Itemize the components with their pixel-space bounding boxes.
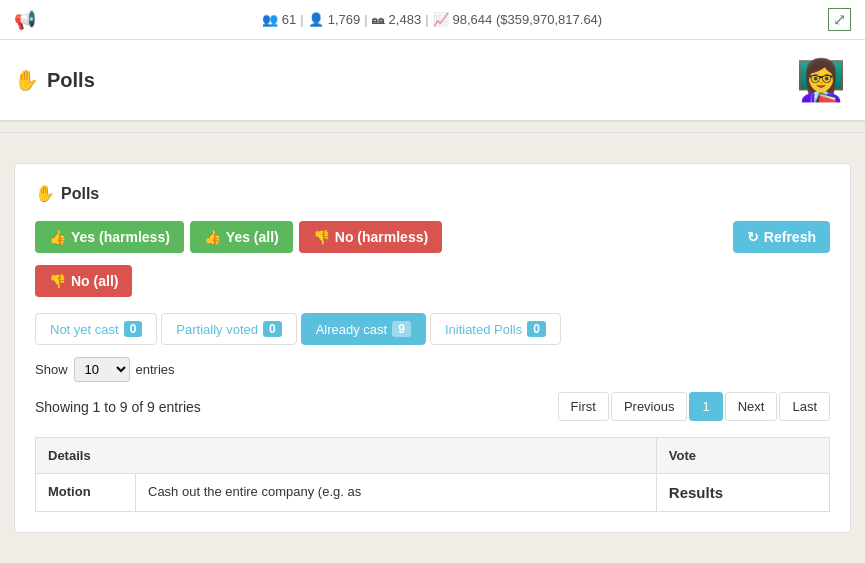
page-btn-previous[interactable]: Previous: [611, 392, 688, 421]
page-btn-next[interactable]: Next: [725, 392, 778, 421]
tab-badge: 0: [124, 321, 143, 337]
page-btn-1[interactable]: 1: [689, 392, 722, 421]
pagination-bar: Showing 1 to 9 of 9 entries FirstPreviou…: [35, 392, 830, 421]
avatar: 👩‍🏫: [791, 50, 851, 110]
groups-count: 2,483: [389, 12, 422, 27]
page-btn-last[interactable]: Last: [779, 392, 830, 421]
no-all-group: 👎 No (all): [35, 265, 830, 297]
main-content: ✋ Polls 👍 Yes (harmless) 👍 Yes (all) 👎 N…: [0, 143, 865, 553]
pagination-info: Showing 1 to 9 of 9 entries: [35, 399, 201, 415]
pagination-buttons: FirstPrevious1NextLast: [558, 392, 830, 421]
show-entries: Show 102550100 entries: [35, 357, 830, 382]
thumbup-all-icon: 👍: [204, 229, 221, 245]
tabs-area: Not yet cast0Partially voted0Already cas…: [35, 313, 830, 345]
tab-label: Not yet cast: [50, 322, 119, 337]
members-icon: 👤: [308, 12, 324, 27]
yes-harmless-label: Yes (harmless): [71, 229, 170, 245]
data-table: Details Vote Motion Cash out the entire …: [35, 437, 830, 512]
refresh-icon: ↻: [747, 229, 759, 245]
tab-partially-voted[interactable]: Partially voted0: [161, 313, 296, 345]
thumbdown-icon: 👎: [313, 229, 330, 245]
tab-label: Initiated Polls: [445, 322, 522, 337]
vote-results-cell: Results: [656, 474, 829, 512]
broadcast-symbol: 📢: [14, 9, 36, 31]
no-harmless-button[interactable]: 👎 No (harmless): [299, 221, 442, 253]
refresh-label: Refresh: [764, 229, 816, 245]
refresh-button[interactable]: ↻ Refresh: [733, 221, 830, 253]
thumbdown-all-icon: 👎: [49, 273, 66, 289]
avatar-emoji: 👩‍🏫: [796, 57, 846, 104]
col-details: Details: [36, 438, 657, 474]
members-count: 1,769: [328, 12, 361, 27]
groups-icon: 🏘: [372, 12, 385, 27]
no-all-button[interactable]: 👎 No (all): [35, 265, 132, 297]
hand-icon: ✋: [14, 68, 39, 92]
yes-harmless-button[interactable]: 👍 Yes (harmless): [35, 221, 184, 253]
top-bar: 📢 👥 61 | 👤 1,769 | 🏘 2,483 | 📈 98,644 ($…: [0, 0, 865, 40]
tab-badge: 9: [392, 321, 411, 337]
card-hand-icon: ✋: [35, 184, 55, 203]
top-bar-stats: 👥 61 | 👤 1,769 | 🏘 2,483 | 📈 98,644 ($35…: [262, 12, 602, 27]
polls-card: ✋ Polls 👍 Yes (harmless) 👍 Yes (all) 👎 N…: [14, 163, 851, 533]
top-bar-right: ⤢: [828, 8, 851, 31]
tab-badge: 0: [527, 321, 546, 337]
tab-label: Partially voted: [176, 322, 258, 337]
no-all-label: No (all): [71, 273, 118, 289]
card-title-text: Polls: [61, 185, 99, 203]
action-buttons: 👍 Yes (harmless) 👍 Yes (all) 👎 No (harml…: [35, 221, 830, 253]
tab-already-cast[interactable]: Already cast9: [301, 313, 426, 345]
entries-label: entries: [136, 362, 175, 377]
tab-initiated-polls[interactable]: Initiated Polls0: [430, 313, 561, 345]
table-row: Motion Cash out the entire company (e.g.…: [36, 474, 830, 512]
page-btn-first[interactable]: First: [558, 392, 609, 421]
page-header: ✋ Polls 👩‍🏫: [0, 40, 865, 122]
motion-label-cell: Motion: [36, 474, 136, 512]
entries-select[interactable]: 102550100: [74, 357, 130, 382]
broadcast-icon[interactable]: 📢: [14, 9, 36, 31]
no-harmless-label: No (harmless): [335, 229, 428, 245]
transactions-count: 98,644 ($359,970,817.64): [453, 12, 603, 27]
col-vote: Vote: [656, 438, 829, 474]
yes-all-label: Yes (all): [226, 229, 279, 245]
tab-label: Already cast: [316, 322, 388, 337]
persons-count: 61: [282, 12, 296, 27]
trend-icon: 📈: [433, 12, 449, 27]
header-divider: [0, 132, 865, 133]
page-title-area: ✋ Polls: [14, 68, 95, 92]
page-title: Polls: [47, 69, 95, 92]
tab-badge: 0: [263, 321, 282, 337]
card-title: ✋ Polls: [35, 184, 830, 203]
persons-icon: 👥: [262, 12, 278, 27]
show-label: Show: [35, 362, 68, 377]
expand-icon[interactable]: ⤢: [828, 8, 851, 31]
yes-all-button[interactable]: 👍 Yes (all): [190, 221, 293, 253]
thumbup-icon: 👍: [49, 229, 66, 245]
motion-value-cell: Cash out the entire company (e.g. as: [136, 474, 657, 512]
tab-not-yet-cast[interactable]: Not yet cast0: [35, 313, 157, 345]
top-bar-left: 📢: [14, 9, 36, 31]
